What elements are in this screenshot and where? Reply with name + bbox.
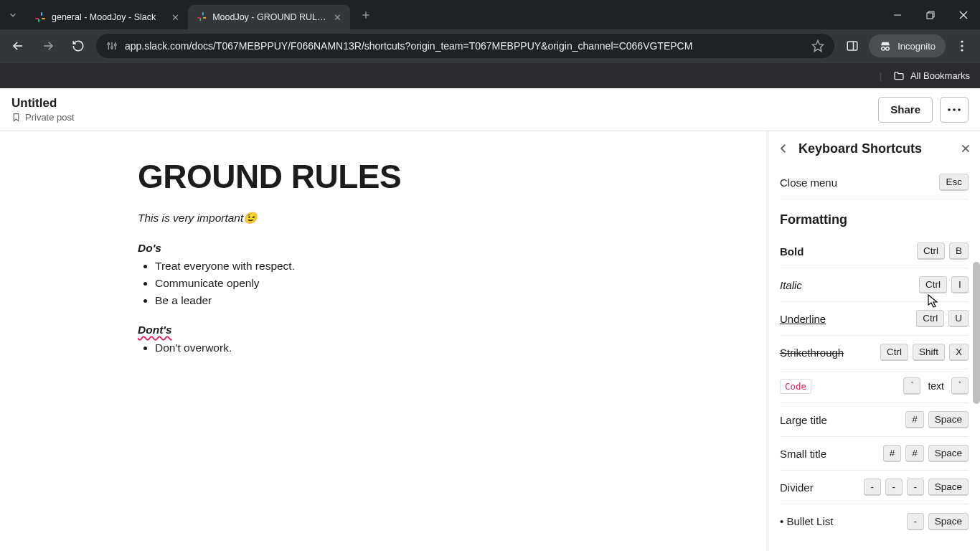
dos-heading: Do's [138,242,768,255]
svg-point-20 [111,47,113,49]
doc-body[interactable]: GROUND RULES This is very important😉 Do'… [0,131,768,551]
reload-button[interactable] [66,34,90,58]
tab-ground-rules[interactable]: MoodJoy - GROUND RULES - S ✕ [188,5,350,29]
bookmark-star-icon[interactable] [811,39,824,52]
keyboard-shortcuts-panel: Keyboard Shortcuts Close menu Esc Format… [768,131,980,551]
folder-icon [893,70,905,82]
svg-rect-5 [202,12,204,15]
shortcut-code: Code ` text ` [780,369,969,403]
tab-title: general - MoodJoy - Slack [52,12,156,22]
formatting-section: Formatting [780,212,969,227]
site-settings-icon[interactable] [106,40,118,52]
more-actions-button[interactable] [940,97,969,123]
doc-visibility[interactable]: Private post [25,112,75,123]
window-controls [881,0,980,29]
svg-point-19 [108,43,110,45]
share-button[interactable]: Share [878,97,933,123]
svg-rect-6 [203,17,206,19]
list-item: Communicate openly [155,275,768,292]
svg-point-21 [114,44,116,46]
donts-heading: Dont's [138,324,768,336]
tab-search-button[interactable] [0,0,26,29]
svg-point-32 [953,108,956,111]
all-bookmarks-button[interactable]: All Bookmarks [910,70,970,81]
shortcut-strike: Strikethrough Ctrl Shift X [780,336,969,369]
url-text: app.slack.com/docs/T067MEBPPUY/F066NAMN1… [125,40,804,52]
panel-title: Keyboard Shortcuts [798,141,922,156]
key-esc: Esc [939,174,969,191]
close-icon[interactable]: ✕ [334,12,341,23]
doc-window-title: Untitled [11,96,75,110]
doc-heading: GROUND RULES [138,157,768,196]
shortcut-small-title: Small title # # Space [780,437,969,471]
back-icon[interactable] [777,142,790,155]
new-tab-button[interactable] [356,5,376,25]
bookmark-icon [11,113,21,122]
incognito-label: Incognito [897,41,936,52]
incognito-badge[interactable]: Incognito [869,34,946,57]
svg-point-29 [961,44,963,47]
list-item: Don't overwork. [155,339,768,357]
slack-icon [197,11,207,23]
doc-header: Untitled Private post Share [0,88,980,131]
shortcut-bold: Bold Ctrl B [780,235,969,268]
shortcut-italic: Italic Ctrl I [780,268,969,302]
address-bar-row: app.slack.com/docs/T067MEBPPUY/F066NAMN1… [0,29,980,62]
close-icon[interactable] [960,143,971,154]
back-button[interactable] [6,34,30,58]
minimize-button[interactable] [881,0,914,29]
svg-rect-7 [199,18,201,21]
maximize-button[interactable] [914,0,947,29]
svg-rect-3 [38,19,39,22]
forward-button[interactable] [36,34,60,58]
svg-rect-23 [847,42,857,50]
list-item: Be a leader [155,292,768,309]
svg-point-33 [958,108,961,111]
shortcut-close-menu: Close menu Esc [780,166,969,199]
close-window-button[interactable] [947,0,980,29]
incognito-icon [879,39,892,52]
svg-rect-2 [42,18,45,19]
dos-list: Treat everyone with respect. Communicate… [138,258,768,309]
shortcut-large-title: Large title # Space [780,403,969,437]
svg-rect-1 [41,12,42,16]
bookmarks-bar: | All Bookmarks [0,62,980,88]
svg-point-26 [886,47,890,51]
shortcut-bullet-list: Bullet List - Space [780,504,969,538]
svg-marker-22 [813,41,824,52]
tab-title: MoodJoy - GROUND RULES - S [212,12,328,22]
browser-tabstrip: general - MoodJoy - Slack ✕ MoodJoy - GR… [0,0,980,29]
slack-icon [34,11,46,23]
side-panel-button[interactable] [840,34,864,58]
url-bar[interactable]: app.slack.com/docs/T067MEBPPUY/F066NAMN1… [96,34,834,58]
tab-general[interactable]: general - MoodJoy - Slack ✕ [26,5,188,29]
wink-emoji: 😉 [243,212,257,224]
doc-intro: This is very important😉 [138,212,768,225]
list-item: Treat everyone with respect. [155,258,768,275]
svg-point-28 [961,40,963,42]
shortcut-underline: Underline Ctrl U [780,302,969,336]
svg-rect-11 [927,13,933,19]
svg-point-31 [948,108,951,111]
shortcut-divider: Divider - - - Space [780,471,969,504]
browser-menu-button[interactable] [950,34,974,58]
svg-point-25 [882,47,885,51]
donts-list: Don't overwork. [138,339,768,357]
close-icon[interactable]: ✕ [171,12,179,23]
svg-point-30 [961,49,963,51]
